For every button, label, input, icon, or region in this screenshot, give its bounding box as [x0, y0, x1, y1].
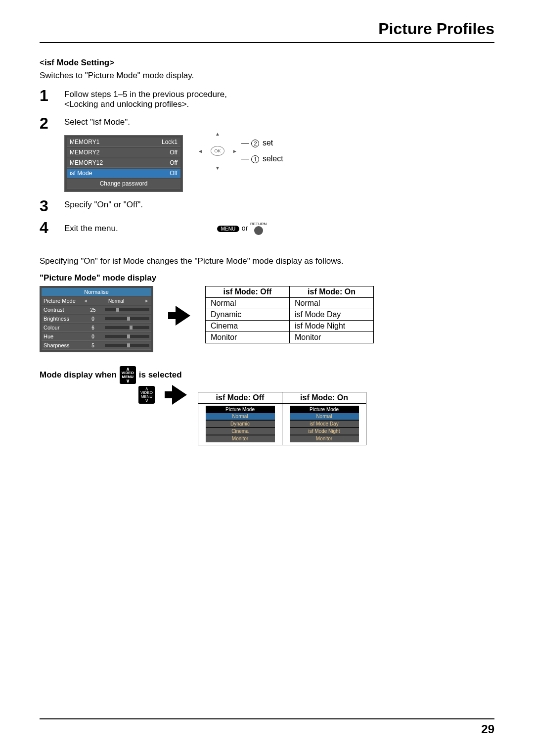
menu-button-icon: MENU	[217, 226, 239, 232]
pm-picture-mode: Picture Mode ◄ Normal ►	[42, 297, 151, 305]
memory-menu: MEMORY1 Lock1 MEMORY2 Off MEMORY12 Off i…	[64, 135, 183, 192]
step-3: 3 Specify "On" or "Off".	[40, 198, 494, 214]
pm-contrast: Contrast 25	[42, 306, 151, 314]
video-menu-chip-icon: ∧ VIDEO MENU ∨	[120, 366, 136, 384]
isf-mode-comparison-table: isf Mode: Off isf Mode: On NormalNormal …	[205, 286, 374, 343]
step-4-number: 4	[40, 220, 54, 236]
dpad-down-icon: ▼	[215, 165, 220, 171]
intro-text: Switches to "Picture Mode" mode display.	[40, 71, 494, 81]
vm-head-on: isf Mode: On	[282, 392, 366, 404]
step-2: 2 Select "isf Mode". MEMORY1 Lock1 MEMOR…	[40, 115, 494, 192]
pm-hue: Hue 0	[42, 332, 151, 341]
vm-head-off: isf Mode: Off	[198, 392, 282, 404]
step-3-text: Specify "On" or "Off".	[64, 198, 494, 210]
picture-mode-menu: Normalise Picture Mode ◄ Normal ► Contra…	[40, 286, 153, 352]
isf-mode-setting-heading: <isf Mode Setting>	[40, 58, 494, 68]
memory-row-isf-mode: isf Mode Off	[67, 169, 180, 178]
memory-row-1: MEMORY1 Lock1	[67, 138, 180, 147]
dpad-select-label: — 1 select	[241, 154, 283, 163]
dpad-up-icon: ▲	[215, 131, 220, 137]
step-2-number: 2	[40, 115, 54, 131]
memory-row-change-password: Change password	[67, 179, 180, 189]
step-1: 1 Follow steps 1–5 in the previous proce…	[40, 88, 494, 109]
page-number: 29	[40, 718, 494, 736]
arrow-right-icon-2	[165, 385, 187, 405]
step-4: 4 Exit the menu. MENU or RETURN	[40, 220, 494, 236]
return-button-icon: RETURN	[250, 222, 267, 235]
dpad-right-icon: ►	[232, 148, 237, 154]
dpad-set-label: — 2 set	[241, 139, 283, 147]
memory-row-12: MEMORY12 Off	[67, 158, 180, 168]
step-2-text: Select "isf Mode".	[64, 117, 494, 127]
osd-on-list: Picture Mode Normal isf Mode Day isf Mod…	[290, 406, 359, 442]
step-1-line-b: <Locking and unlocking profiles>.	[64, 99, 494, 109]
dpad-left-icon: ◄	[198, 148, 203, 154]
memory-row-2: MEMORY2 Off	[67, 148, 180, 157]
step-1-number: 1	[40, 88, 54, 103]
cmp-head-off: isf Mode: Off	[206, 286, 290, 298]
dpad-control: ▲ ▼ ◄ ► OK — 2 set — 1 select	[198, 131, 283, 171]
arrow-right-icon	[168, 306, 190, 326]
exit-control: MENU or RETURN	[217, 222, 267, 235]
picture-mode-display-heading: "Picture Mode" mode display	[40, 273, 494, 283]
video-menu-comparison-table: isf Mode: Off isf Mode: On Picture Mode …	[198, 392, 366, 445]
cmp-head-on: isf Mode: On	[290, 286, 374, 298]
pm-brightness: Brightness 0	[42, 315, 151, 323]
mid-explanation: Specifying "On" for isf Mode changes the…	[40, 256, 494, 266]
step-3-number: 3	[40, 198, 54, 214]
video-menu-chip-icon-2: ∧ VIDEO MENU ∨	[138, 386, 155, 404]
pm-normalise: Normalise	[42, 288, 151, 296]
video-menu-arrow-group: ∧ VIDEO MENU ∨	[138, 385, 187, 405]
pm-colour: Colour 6	[42, 324, 151, 332]
step-1-line-a: Follow steps 1–5 in the previous procedu…	[64, 90, 494, 99]
video-menu-mode-heading: Mode display when ∧ VIDEO MENU ∨ is sele…	[40, 366, 494, 384]
page-title: Picture Profiles	[40, 20, 494, 43]
step-4-text: Exit the menu.	[64, 224, 118, 234]
dpad-ok-button: OK	[211, 146, 224, 156]
osd-off-list: Picture Mode Normal Dynamic Cinema Monit…	[206, 406, 275, 442]
pm-sharpness: Sharpness 5	[42, 341, 151, 350]
